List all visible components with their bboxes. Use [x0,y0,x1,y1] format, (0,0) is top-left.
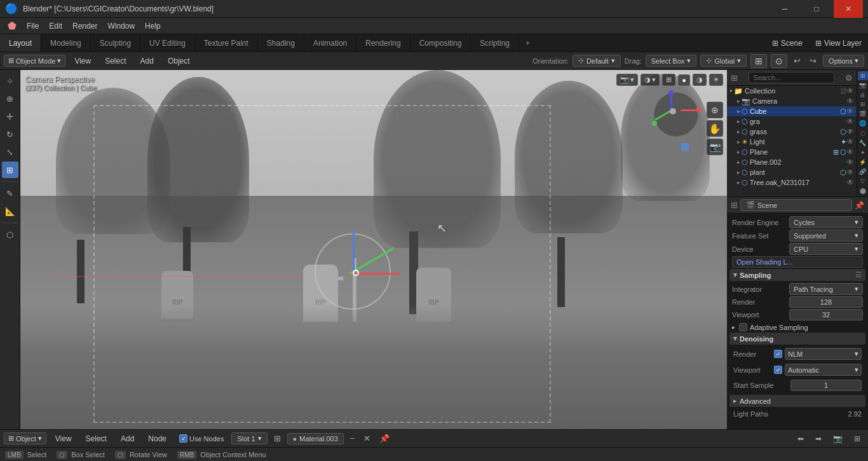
outliner-item-tree[interactable]: ▸ ⬡ Tree.oak_N231017 👁 [727,177,857,188]
tab-shading[interactable]: Shading [258,34,304,52]
data-icon[interactable]: ▽ [858,177,868,186]
bottom-add-menu[interactable]: Add [116,433,139,444]
viewport-shading-toggle[interactable]: ◑ ▾ [641,74,660,86]
tool-select-box[interactable]: ⊹ [2,72,18,89]
constraints-icon[interactable]: 🔗 [858,167,868,176]
menu-blender[interactable]: ⬟ [3,18,22,33]
tab-sculpting[interactable]: Sculpting [91,34,140,52]
navigation-gizmo[interactable] [651,89,702,140]
viewport-3d[interactable]: RIP RIP RIP [20,70,727,429]
tool-annotate[interactable]: ✎ [2,185,18,202]
device-dropdown[interactable]: CPU ▾ [789,243,863,255]
props-pin-button[interactable]: 📌 [855,201,864,210]
snap-button[interactable]: ⊞ [750,54,767,68]
tool-add-cube[interactable]: ⬡ [2,226,18,243]
proportional-edit-button[interactable]: ⊙ [771,54,787,68]
view-layer-icon-tab[interactable]: ⊞ [858,100,868,109]
add-menu[interactable]: Add [135,55,159,67]
scene-props-icon[interactable]: 🎬 [858,109,868,118]
render-slot-left[interactable]: ⬅ [794,433,808,444]
tool-transform[interactable]: ⊞ [2,162,18,178]
add-workspace-button[interactable]: + [519,34,536,52]
start-sample-input[interactable]: 1 [790,380,862,391]
redo-button[interactable]: ↪ [807,55,819,67]
outliner-item-gra[interactable]: ▸ ⬡ gra 👁 [727,116,857,127]
view-grid-button[interactable]: ⊞ [850,433,864,444]
outliner-item-light[interactable]: ▸ ☀ Light ✦ 👁 [727,137,857,147]
tool-measure[interactable]: 📐 [2,203,18,219]
menu-edit[interactable]: Edit [44,20,67,32]
outliner-item-plane002[interactable]: ▸ ⬡ Plane.002 👁 [727,157,857,167]
tool-scale[interactable]: ⤡ [2,144,18,160]
camera-view-button[interactable]: 📷 [707,139,723,155]
tab-texture-paint[interactable]: Texture Paint [195,34,258,52]
denoise-render-dropdown[interactable]: NLM ▾ [785,348,862,360]
material-icon[interactable]: ⬤ [858,186,868,195]
menu-help[interactable]: Help [140,20,166,32]
use-nodes-toggle[interactable]: ✓ Use Nodes [175,433,227,444]
integrator-dropdown[interactable]: Path Tracing ▾ [789,283,863,295]
menu-render[interactable]: Render [67,20,102,32]
denoise-viewport-dropdown[interactable]: Automatic ▾ [785,364,862,376]
material-preview-button[interactable]: ◑ [693,74,707,86]
tab-animation[interactable]: Animation [304,34,356,52]
tab-layout[interactable]: Layout [0,34,41,52]
scene-outliner-icon[interactable]: ⊞ [858,71,868,80]
advanced-section-header[interactable]: ▸ Advanced [729,395,865,407]
bottom-view-menu[interactable]: View [50,433,77,444]
tab-compositing[interactable]: Compositing [410,34,471,52]
viewport-gizmo-toggle[interactable]: 📷 ▾ [616,74,638,86]
material-x-button[interactable]: ✕ [361,432,373,444]
particles-icon[interactable]: ✦ [858,148,868,157]
slot-dropdown[interactable]: Slot 1 ▾ [231,432,267,444]
undo-button[interactable]: ↩ [791,55,803,67]
sampling-menu-icon[interactable]: ☰ [855,271,862,279]
tab-rendering[interactable]: Rendering [356,34,410,52]
view-menu[interactable]: View [69,55,96,67]
rendered-button[interactable]: ☀ [709,74,723,86]
outliner-item-camera[interactable]: ▸ 📷 Camera 👁 [727,96,857,106]
outliner-item-cube[interactable]: ▸ ⬡ Cube ⬡ 👁 [727,106,857,116]
bottom-select-menu[interactable]: Select [81,433,112,444]
solid-button[interactable]: ● [678,74,690,86]
bottom-editor-type[interactable]: ⊞ Object ▾ [4,432,46,444]
outliner-item-grass[interactable]: ▸ ⬡ grass ⬡ 👁 [727,127,857,137]
adaptive-sampling-checkbox[interactable] [739,323,747,331]
denoising-header[interactable]: ▾ Denoising [729,333,865,345]
select-menu[interactable]: Select [100,55,131,67]
outliner-search[interactable] [749,72,834,83]
drag-dropdown[interactable]: Select Box ▾ [646,55,697,67]
zoom-in-button[interactable]: ⊕ [707,102,723,118]
menu-window[interactable]: Window [102,20,140,32]
outliner-item-collection[interactable]: ▾ 📁 Collection ☑ 👁 [727,86,857,96]
options-button[interactable]: Options ▾ [823,55,864,67]
pivot-dropdown[interactable]: ⊹ Global ▾ [700,55,747,67]
outliner-item-plant[interactable]: ▸ ⬡ plant ⬡ 👁 [727,167,857,177]
material-pin-button[interactable]: 📌 [377,432,392,444]
feature-set-dropdown[interactable]: Supported ▾ [789,230,863,242]
denoise-render-checkbox[interactable]: ✓ [774,350,782,358]
sync-button[interactable]: ⊞ [271,432,283,444]
use-nodes-checkbox[interactable]: ✓ [179,434,187,443]
tool-rotate[interactable]: ↻ [2,126,18,142]
editor-type-button[interactable]: ⊞ Object Mode ▾ [4,55,65,67]
outliner-filter-button[interactable]: ⊞ [731,73,738,83]
material-minus-button[interactable]: − [348,432,358,444]
render-slot-right[interactable]: ➡ [811,433,825,444]
modifier-icon[interactable]: 🔧 [858,139,868,148]
close-button[interactable]: ✕ [834,0,863,18]
minimize-button[interactable]: ─ [770,0,799,18]
viewport-samples-input[interactable]: 32 [789,309,863,320]
maximize-button[interactable]: □ [802,0,831,18]
tool-cursor[interactable]: ⊕ [2,90,18,107]
output-icon[interactable]: 🖨 [858,90,868,99]
bottom-node-menu[interactable]: Node [143,433,172,444]
camera-button-bottom[interactable]: 📷 [829,433,846,444]
view-layer-selector[interactable]: ⊞ View Layer [809,34,868,52]
orientation-dropdown[interactable]: ⊹ Default ▾ [573,55,621,67]
wireframe-button[interactable]: ⊞ [662,74,675,86]
object-props-icon[interactable]: ⬡ [858,128,868,137]
menu-file[interactable]: File [22,20,44,32]
sampling-section-header[interactable]: ▾ Sampling ☰ [729,269,865,281]
render-samples-input[interactable]: 128 [789,296,863,308]
